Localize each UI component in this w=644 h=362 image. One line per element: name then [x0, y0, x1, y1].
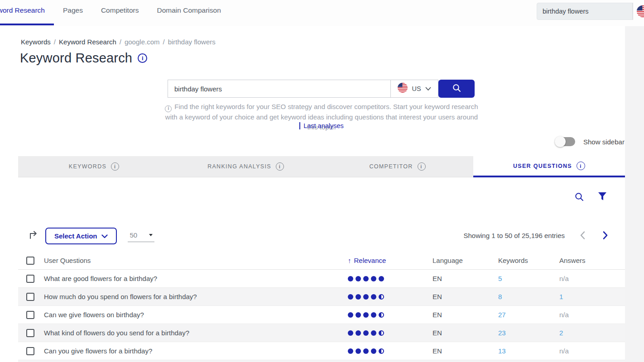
relevance-dot	[348, 348, 353, 354]
column-header-keywords[interactable]: Keywords	[498, 257, 559, 264]
keywords-count-link[interactable]: 13	[498, 347, 559, 355]
info-icon: i	[165, 105, 172, 112]
relevance-dot	[363, 348, 369, 354]
relevance-dot	[356, 330, 361, 336]
keyword-search-button[interactable]	[438, 80, 475, 98]
select-all-checkbox[interactable]	[26, 257, 34, 265]
language-value: EN	[433, 311, 498, 319]
column-header-language[interactable]: Language	[433, 257, 498, 264]
relevance-dot	[356, 276, 361, 281]
global-search-box	[537, 3, 633, 20]
country-selector[interactable]: US	[390, 80, 438, 98]
select-action-label: Select Action	[54, 232, 97, 240]
last-analyses-link[interactable]: Last analyses	[299, 122, 344, 129]
row-checkbox[interactable]	[26, 275, 34, 283]
relevance-dot	[356, 348, 361, 354]
keyword-research-page: Keyword Research Pages Competitors Domai…	[0, 0, 644, 362]
pagination-prev-icon[interactable]	[580, 231, 586, 242]
nav-item-pages[interactable]: Pages	[54, 0, 92, 21]
row-checkbox[interactable]	[26, 311, 34, 319]
column-label: Relevance	[354, 257, 386, 264]
column-header-relevance[interactable]: ↑ Relevance	[348, 257, 433, 264]
relevance-dot	[363, 276, 369, 281]
nav-item-competitors[interactable]: Competitors	[92, 0, 148, 21]
sort-asc-icon: ↑	[348, 257, 351, 264]
relevance-dot	[371, 330, 376, 336]
table-row[interactable]: Can you give flowers for a birthday? EN …	[18, 342, 625, 360]
page-size-value: 50	[130, 231, 137, 239]
relevance-dots	[348, 330, 433, 336]
table-row[interactable]: What kind of flowers do you send for a b…	[18, 324, 625, 342]
tab-ranking-analysis[interactable]: RANKING ANALYSIS i	[170, 156, 322, 177]
table-search-icon[interactable]	[574, 192, 584, 204]
tab-label: RANKING ANALYSIS	[207, 163, 271, 170]
page-background-strip	[625, 26, 644, 362]
us-flag-icon	[398, 83, 408, 95]
answers-count[interactable]: 1	[559, 293, 625, 300]
pagination-next-icon[interactable]	[602, 231, 608, 242]
table-row[interactable]: What are good flowers for a birthday? EN…	[18, 270, 625, 288]
relevance-dots	[348, 348, 433, 354]
select-action-button[interactable]: Select Action	[45, 228, 117, 244]
table-row[interactable]: Can we give flowers on birthday? EN 27 n…	[18, 306, 625, 324]
tab-competitor[interactable]: COMPETITOR i	[322, 156, 473, 177]
tab-keywords[interactable]: KEYWORDS i	[18, 156, 170, 177]
relevance-dot	[379, 330, 384, 336]
info-icon[interactable]: i	[577, 162, 585, 170]
table-header-row: User Questions ↑ Relevance Language Keyw…	[18, 252, 625, 270]
page-size-select[interactable]: 50	[128, 230, 154, 242]
relevance-dot	[363, 294, 369, 300]
breadcrumb-separator: /	[163, 38, 165, 46]
info-icon[interactable]: i	[418, 162, 426, 171]
export-icon[interactable]	[28, 230, 39, 243]
title-info-icon[interactable]: i	[138, 53, 147, 63]
breadcrumb-domain[interactable]: google.com	[125, 38, 160, 46]
relevance-dot	[379, 312, 384, 318]
answers-count[interactable]: 2	[559, 329, 625, 337]
action-row: Select Action 50	[28, 228, 154, 244]
row-checkbox-cell	[18, 329, 44, 337]
info-icon[interactable]: i	[111, 162, 119, 171]
nav-item-keyword-research[interactable]: Keyword Research	[0, 0, 54, 21]
row-checkbox[interactable]	[26, 329, 34, 337]
table-row[interactable]: How much do you spend on flowers for a b…	[18, 288, 625, 306]
breadcrumb-separator: /	[120, 38, 121, 46]
info-icon[interactable]: i	[276, 162, 284, 171]
relevance-dot	[379, 294, 384, 300]
relevance-dot	[348, 330, 353, 336]
language-value: EN	[433, 329, 498, 337]
question-text: How much do you spend on flowers for a b…	[44, 293, 348, 300]
breadcrumb-keyword: birthday flowers	[168, 38, 216, 46]
showing-entries: Showing 1 to 50 of 25,196 entries	[408, 232, 565, 239]
row-checkbox[interactable]	[26, 293, 34, 301]
question-text: Can we give flowers on birthday?	[44, 311, 348, 319]
global-search-input[interactable]	[543, 8, 627, 15]
tab-label: COMPETITOR	[369, 163, 413, 170]
us-flag-icon[interactable]	[637, 5, 644, 19]
column-header-answers[interactable]: Answers	[559, 257, 625, 264]
relevance-dot	[371, 276, 376, 281]
question-text: What kind of flowers do you send for a b…	[44, 329, 348, 337]
keywords-count-link[interactable]: 23	[498, 329, 559, 337]
row-checkbox-cell	[18, 293, 44, 301]
row-checkbox-cell	[18, 311, 44, 319]
keywords-count-link[interactable]: 27	[498, 311, 559, 319]
relevance-dot	[379, 348, 384, 354]
country-code: US	[412, 85, 421, 92]
tab-user-questions[interactable]: USER QUESTIONS i	[473, 156, 625, 177]
show-sidebar-toggle[interactable]	[556, 137, 575, 146]
relevance-dot	[356, 294, 361, 300]
breadcrumb-keyword-research[interactable]: Keyword Research	[59, 38, 116, 46]
keywords-count-link[interactable]: 8	[498, 293, 559, 300]
keyword-search-bar: US	[168, 80, 475, 98]
question-text: Can you give flowers for a birthday?	[44, 347, 348, 355]
row-checkbox[interactable]	[26, 347, 34, 355]
language-value: EN	[433, 293, 498, 300]
nav-item-label: Competitors	[101, 6, 139, 14]
nav-item-domain-comparison[interactable]: Domain Comparison	[148, 0, 230, 21]
breadcrumb-keywords[interactable]: Keywords	[21, 38, 51, 46]
keyword-input[interactable]	[168, 80, 390, 98]
keywords-count-link[interactable]: 5	[498, 275, 559, 282]
column-header-user-questions[interactable]: User Questions	[44, 257, 348, 264]
filter-icon[interactable]	[598, 192, 607, 204]
